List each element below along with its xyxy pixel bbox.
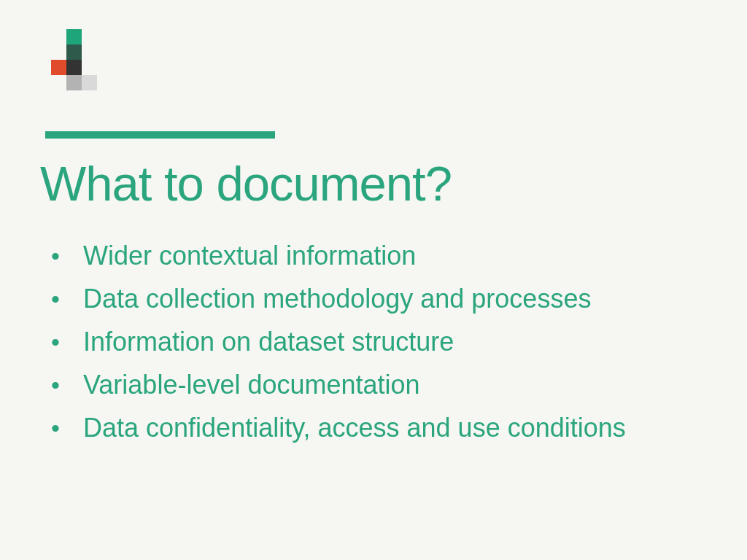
list-item: • Data collection methodology and proces… bbox=[45, 282, 732, 315]
logo-block-icon bbox=[66, 60, 82, 75]
list-item-label: Information on dataset structure bbox=[83, 325, 454, 358]
bullet-icon: • bbox=[45, 330, 83, 354]
list-item-label: Variable-level documentation bbox=[83, 368, 420, 401]
list-item: • Information on dataset structure bbox=[45, 325, 732, 358]
bullet-icon: • bbox=[45, 416, 83, 440]
title-rule bbox=[45, 131, 275, 139]
logo-block-icon bbox=[66, 75, 82, 90]
logo-block-icon bbox=[66, 29, 82, 44]
slide-logo bbox=[51, 29, 98, 90]
slide-title: What to document? bbox=[40, 155, 452, 211]
bullet-list: • Wider contextual information • Data co… bbox=[45, 239, 732, 454]
logo-block-icon bbox=[82, 75, 97, 90]
list-item: • Data confidentiality, access and use c… bbox=[45, 411, 732, 444]
list-item-label: Data confidentiality, access and use con… bbox=[83, 411, 626, 444]
bullet-icon: • bbox=[45, 373, 83, 397]
bullet-icon: • bbox=[45, 287, 83, 311]
list-item-label: Wider contextual information bbox=[83, 239, 416, 272]
logo-block-icon bbox=[51, 60, 66, 75]
list-item-label: Data collection methodology and processe… bbox=[83, 282, 591, 315]
bullet-icon: • bbox=[45, 244, 83, 268]
list-item: • Wider contextual information bbox=[45, 239, 732, 272]
list-item: • Variable-level documentation bbox=[45, 368, 732, 401]
logo-block-icon bbox=[66, 44, 82, 60]
